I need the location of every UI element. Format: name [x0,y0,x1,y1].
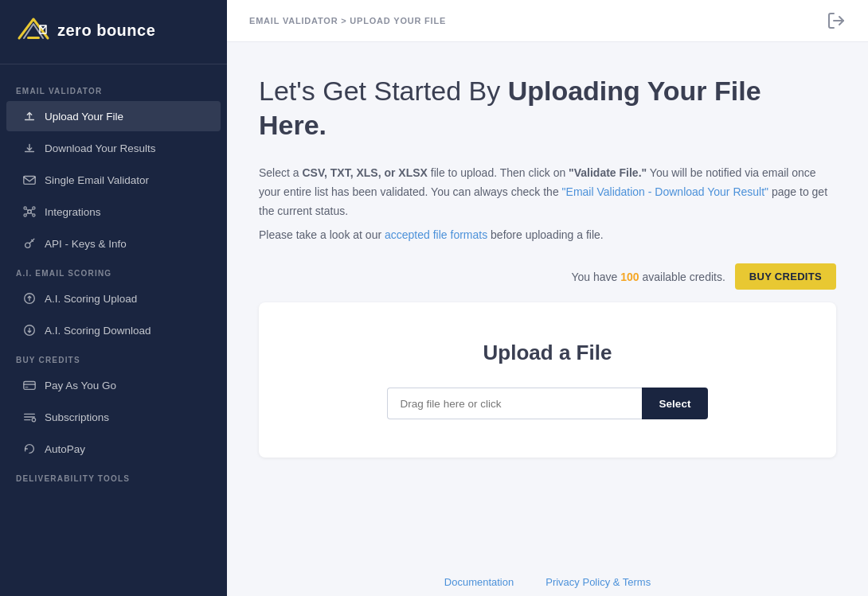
sidebar-item-label: Subscriptions [45,411,109,423]
logo-icon [16,16,51,45]
page-body: Let's Get Started By Uploading Your File… [227,42,868,560]
sidebar-item-label: Pay As You Go [45,380,116,391]
svg-line-7 [26,209,29,211]
sidebar-item-pay-as-you-go[interactable]: Pay As You Go [6,370,221,400]
svg-point-11 [25,243,30,247]
svg-point-5 [24,214,26,216]
footer-links: Documentation Privacy Policy & Terms [227,560,868,596]
email-icon [22,173,37,187]
svg-rect-1 [24,177,35,185]
svg-point-17 [32,418,36,422]
sidebar-item-upload-file[interactable]: Upload Your File [6,101,221,131]
sidebar-item-label: AutoPay [45,443,85,455]
credits-text-pre: You have [572,271,621,283]
sidebar-item-label: A.I. Scoring Download [45,325,151,337]
ai-download-icon [22,323,37,337]
upload-card-title: Upload a File [291,341,804,365]
sidebar-item-integrations[interactable]: Integrations [6,197,221,227]
integrations-icon [22,205,37,219]
sidebar-logo: zero bounce [0,0,227,64]
sidebar-item-label: Integrations [45,206,101,218]
logout-icon[interactable] [827,11,846,30]
sidebar-item-single-email[interactable]: Single Email Validator [6,165,221,195]
sidebar-item-label: API - Keys & Info [45,238,127,250]
svg-line-8 [30,209,33,211]
breadcrumb: EMAIL VALIDATOR > UPLOAD YOUR FILE [249,16,446,25]
svg-line-10 [30,212,33,214]
sidebar-item-label: Download Your Results [45,142,156,154]
sidebar-item-label: Single Email Validator [45,174,149,186]
buy-credits-button[interactable]: BUY CREDITS [735,263,836,290]
sidebar-item-label: A.I. Scoring Upload [45,293,137,305]
upload-card: Upload a File Select [259,302,836,458]
instructions-1: Select a CSV, TXT, XLS, or XLSX file to … [259,164,836,220]
ai-upload-icon [22,291,37,306]
upload-input-row: Select [291,388,804,419]
credits-count: 100 [620,271,639,283]
download-result-link[interactable]: "Email Validation - Download Your Result… [562,185,769,198]
sidebar: zero bounce EMAIL VALIDATOR Upload Your … [0,0,227,596]
logo-text: zero bounce [57,21,155,40]
instruction2-pre: Please take a look at our [259,228,385,241]
sidebar-item-label: Upload Your File [45,111,123,123]
credits-text-post: available credits. [639,271,725,283]
svg-rect-16 [25,387,29,388]
autopay-icon [22,442,37,456]
sidebar-section-buy-credits: BUY CREDITS [0,346,227,369]
svg-rect-0 [27,37,40,39]
instruction-bold: "Validate File." [569,166,647,179]
drag-drop-input[interactable] [387,388,642,419]
top-bar: EMAIL VALIDATOR > UPLOAD YOUR FILE [227,0,868,42]
sidebar-item-ai-download[interactable]: A.I. Scoring Download [6,315,221,345]
footer-documentation-link[interactable]: Documentation [444,576,514,588]
svg-point-4 [33,207,35,209]
svg-point-3 [24,207,26,209]
footer-privacy-link[interactable]: Privacy Policy & Terms [545,576,651,588]
svg-point-6 [33,214,35,216]
card-icon [22,378,37,392]
instructions-2: Please take a look at our accepted file … [259,228,836,241]
api-icon [22,236,37,251]
page-title: Let's Get Started By Uploading Your File… [259,74,836,142]
sidebar-section-deliverability: DELIVERABILITY TOOLS [0,465,227,488]
subscriptions-icon [22,410,37,424]
download-icon [22,141,37,155]
select-button[interactable]: Select [642,388,709,419]
sidebar-item-ai-upload[interactable]: A.I. Scoring Upload [6,283,221,314]
sidebar-item-download-results[interactable]: Download Your Results [6,133,221,163]
svg-line-9 [26,212,29,214]
sidebar-section-email-validator: EMAIL VALIDATOR [0,77,227,100]
sidebar-item-api-keys[interactable]: API - Keys & Info [6,228,221,259]
instruction-formats: CSV, TXT, XLS, or XLSX [302,166,427,179]
accepted-formats-link[interactable]: accepted file formats [385,228,487,241]
sidebar-item-autopay[interactable]: AutoPay [6,434,221,464]
instruction2-post: before uploading a file. [487,228,604,241]
credits-text: You have 100 available credits. [572,271,725,283]
instruction-mid: file to upload. Then click on [428,166,569,179]
main-content: EMAIL VALIDATOR > UPLOAD YOUR FILE Let's… [227,0,868,596]
instruction-pre: Select a [259,166,302,179]
credits-row: You have 100 available credits. BUY CRED… [259,263,836,290]
sidebar-section-ai-scoring: A.I. EMAIL SCORING [0,259,227,282]
upload-icon [22,109,37,123]
page-title-normal: Let's Get Started By [259,76,508,106]
sidebar-item-subscriptions[interactable]: Subscriptions [6,402,221,432]
svg-rect-14 [24,382,35,390]
